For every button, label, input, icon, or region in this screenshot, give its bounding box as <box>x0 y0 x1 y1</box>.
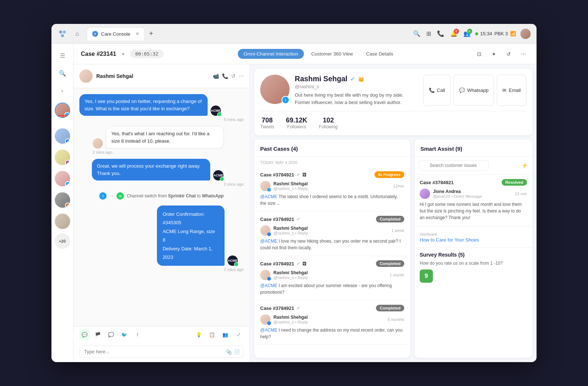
case-item-4[interactable]: Case #3784921 ✓ Completed f <box>254 300 410 345</box>
facebook-toolbar-icon[interactable]: f <box>132 329 143 340</box>
twitter-toolbar-icon[interactable]: 🐦 <box>119 329 129 340</box>
sa-case-item[interactable]: Case #3784921 Resolved Jione Andrea <box>415 175 532 226</box>
more-chat-icon[interactable]: ⋯ <box>239 73 244 79</box>
snippet-icon[interactable]: 📋 <box>207 329 217 340</box>
apps-icon[interactable]: ⊞ <box>426 30 431 37</box>
expand-icon[interactable]: ⤢ <box>233 329 244 340</box>
svg-point-1 <box>63 31 66 33</box>
case-3-text: @ACME I am excited about your summer rel… <box>260 282 404 296</box>
profile-actions: 📞 Call 💬 Whatsapp ✉ Email <box>423 75 526 106</box>
search-icon[interactable]: 🔍 <box>413 30 420 37</box>
message-2: Yes, that's what I am reaching out for. … <box>79 126 244 154</box>
followers-value: 69.12K <box>286 117 307 124</box>
conversation-item-3[interactable]: i <box>55 150 70 165</box>
browser-tab[interactable]: ♥ Care Console ✕ <box>87 27 145 40</box>
users-icon[interactable]: 👥 6 <box>463 30 471 37</box>
case-item-3[interactable]: Case #3784921 ✓ 🖼 Completed f <box>254 256 410 300</box>
message-order: Order Confirmation: #345305 ACME Long Ra… <box>79 205 244 272</box>
conversation-item-5[interactable]: r <box>55 192 70 208</box>
more-conversations[interactable]: +20 <box>55 233 70 249</box>
network-label: PBK 3 <box>494 31 508 36</box>
sidebar-menu-icon[interactable]: ☰ <box>55 48 70 63</box>
article-title[interactable]: How to Care for Your Shoes <box>420 237 527 243</box>
ws-badge-2 <box>220 177 224 181</box>
following-label: Following <box>319 124 338 129</box>
refresh-icon[interactable]: ↺ <box>503 48 514 60</box>
add-tab-button[interactable]: + <box>149 29 154 38</box>
messenger-toolbar-icon[interactable]: 🏴 <box>93 329 103 340</box>
message-3: Great, we will process your exchange rig… <box>79 159 244 186</box>
attach-icon[interactable]: 📎 <box>226 349 232 354</box>
template-icon[interactable]: 📄 <box>234 349 240 354</box>
sa-case-status: Resolved <box>502 179 527 186</box>
svg-point-2 <box>61 34 64 37</box>
smart-assist-search-row: 🔍 ⚡ <box>415 157 532 175</box>
case-item-2[interactable]: Case #3784921 ✓ Completed f <box>254 211 410 256</box>
sidebar-expand-icon[interactable]: › <box>55 83 70 98</box>
tab-close-button[interactable]: ✕ <box>136 31 139 36</box>
case-number: Case #23141 <box>81 51 116 57</box>
case-3-time: 1 month <box>390 273 404 277</box>
case-item-1[interactable]: Case #3784921 ✓ 🖼 In Progress t <box>254 167 410 211</box>
case-4-time: 6 months <box>388 317 404 322</box>
sidebar-search-icon[interactable]: 🔍 <box>55 66 70 81</box>
case-dropdown-icon[interactable]: ▾ <box>122 51 124 57</box>
channel-switch-notice: t → w Channel switch from Sprinklr Chat … <box>79 191 244 201</box>
team-icon[interactable]: 👥 <box>220 329 230 340</box>
case-3-id: Case #3784921 <box>260 261 294 267</box>
browser-bar: ⌂ ♥ Care Console ✕ + 🔍 ⊞ 📞 🔔 8 👥 6 15:34… <box>51 24 537 44</box>
svg-point-0 <box>59 31 62 33</box>
call-icon[interactable]: 📞 <box>222 73 228 79</box>
header-actions: ⊡ ✦ ↺ ⋯ <box>473 48 529 60</box>
chat-input[interactable] <box>79 346 244 358</box>
whatsapp-toolbar-icon[interactable]: 💬 <box>79 329 90 340</box>
chat-toolbar: 💬 🏴 💭 🐦 f 💡 📋 👥 ⤢ <box>74 326 250 343</box>
profile-twitter-badge: t <box>282 96 290 104</box>
sa-author-name: Jione Andrea <box>433 189 512 194</box>
lightbulb-icon[interactable]: 💡 <box>194 329 204 340</box>
case-2-verified: ✓ <box>297 217 300 222</box>
case-3-avatar: f <box>260 270 270 280</box>
following-value: 102 <box>323 117 334 124</box>
phone-icon[interactable]: 📞 <box>437 30 444 37</box>
tab-favicon: ♥ <box>92 31 98 37</box>
conversation-item-6[interactable] <box>55 214 70 229</box>
email-button[interactable]: ✉ Email <box>497 75 526 106</box>
notifications-icon[interactable]: 🔔 8 <box>450 30 458 37</box>
video-icon[interactable]: 📹 <box>213 73 219 79</box>
refresh-chat-icon[interactable]: ↺ <box>231 73 236 79</box>
tab-customer-360[interactable]: Customer 360 View <box>305 49 359 59</box>
case-3-media-icon: 🖼 <box>302 261 306 266</box>
tab-case-details[interactable]: Case Details <box>360 49 399 59</box>
filter-icon[interactable]: ⚡ <box>521 162 528 168</box>
call-button[interactable]: 📞 Call <box>423 75 451 106</box>
more-options-icon[interactable]: ⋯ <box>517 48 529 60</box>
profile-handle: @rashmi_s <box>295 84 418 89</box>
case-4-avatar: f <box>260 314 270 325</box>
profile-stats: 708 Tweets 69.12K Followers 102 Followin… <box>260 111 526 129</box>
sa-article[interactable]: Hardware How to Care for Your Shoes <box>415 228 532 247</box>
conversation-timer: 10m 32s <box>55 115 70 118</box>
chat-panel: Rashmi Sehgal 📹 📞 ↺ ⋯ Yes, I see you <box>74 64 250 362</box>
online-indicator <box>475 32 478 35</box>
case-3-social: f <box>267 276 271 281</box>
user-avatar[interactable] <box>520 29 531 39</box>
conversation-item-2[interactable]: f <box>55 128 70 144</box>
case-2-time: 1 week <box>391 228 404 233</box>
smart-assist-title: Smart Assist (9) <box>420 146 526 152</box>
conversation-item-active[interactable]: t 10m 32s <box>55 103 70 118</box>
conversation-item-4[interactable]: t <box>55 171 70 186</box>
tab-omni-channel[interactable]: Omni-Channel Interaction <box>238 49 304 59</box>
case-4-id: Case #3784921 <box>260 305 294 311</box>
browser-logo <box>57 29 68 39</box>
magic-icon[interactable]: ✦ <box>488 48 500 60</box>
whatsapp-button[interactable]: 💬 Whatsapp <box>453 75 494 106</box>
screen-share-icon[interactable]: ⊡ <box>473 48 485 60</box>
case-2-social: f <box>267 232 271 236</box>
agent-logo-2: ACME <box>213 170 223 181</box>
case-4-author: Rashmi Shehgal <box>273 315 385 320</box>
email-btn-icon: ✉ <box>502 87 506 93</box>
chat-toolbar-icon[interactable]: 💭 <box>106 329 116 340</box>
home-icon[interactable]: ⌂ <box>72 29 82 39</box>
smart-assist-search[interactable] <box>419 160 489 171</box>
